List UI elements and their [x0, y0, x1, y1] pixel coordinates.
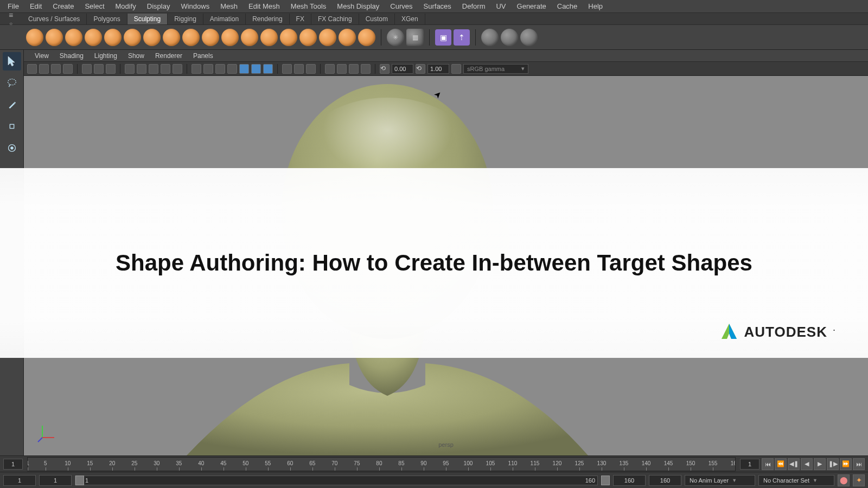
step-forward-button[interactable]: ❚▶ [827, 458, 839, 470]
range-slider-handle[interactable] [75, 476, 84, 485]
move-tool[interactable] [3, 117, 21, 136]
shelf-tab-polygons[interactable]: Polygons [87, 14, 127, 24]
menu-display[interactable]: Display [142, 0, 176, 12]
resolution-gate-icon[interactable] [94, 64, 104, 74]
play-backward-button[interactable]: ◀ [801, 458, 813, 470]
gamma-field[interactable] [427, 64, 449, 74]
grab-brush-icon[interactable] [85, 29, 102, 46]
panel-menu-lighting[interactable]: Lighting [89, 50, 123, 61]
shelf-tab-fx[interactable]: FX [290, 14, 311, 24]
smooth-shade-icon[interactable] [137, 64, 146, 74]
time-track[interactable]: 1510152025303540455055606570758085909510… [27, 457, 736, 471]
pause-viewport-icon[interactable] [294, 64, 304, 74]
menu-curves[interactable]: Curves [385, 0, 418, 12]
bulge-brush-icon[interactable] [319, 29, 336, 46]
grid-icon[interactable]: ▦ [406, 29, 424, 46]
play-forward-button[interactable]: ▶ [814, 458, 826, 470]
menu-create[interactable]: Create [47, 0, 79, 12]
motion-blur-icon[interactable] [251, 64, 261, 74]
freeze-brush-icon[interactable] [358, 29, 375, 46]
relax-brush-icon[interactable] [65, 29, 82, 46]
shelf-tab-xgen[interactable]: XGen [395, 14, 425, 24]
xray-joints-icon[interactable] [215, 64, 225, 74]
gate-mask-icon[interactable] [106, 64, 116, 74]
range-end-field[interactable] [649, 475, 681, 486]
menu-mesh-display[interactable]: Mesh Display [331, 0, 385, 12]
ipr-icon[interactable] [306, 64, 316, 74]
timeline-current-frame-right[interactable] [740, 459, 760, 470]
imprint-brush-icon[interactable] [202, 29, 219, 46]
vp-bookmark2-icon[interactable] [349, 64, 359, 74]
panel-menu-show[interactable]: Show [123, 50, 150, 61]
colorspace-toggle-icon[interactable] [451, 64, 461, 74]
xray-icon[interactable] [203, 64, 213, 74]
wireframe-icon[interactable] [125, 64, 135, 74]
image-plane-icon[interactable] [51, 64, 61, 74]
vp-select-icon[interactable] [325, 64, 335, 74]
step-back-key-button[interactable]: ⏪ [775, 458, 787, 470]
range-slider-track[interactable]: 1 160 [75, 476, 598, 485]
menu-select[interactable]: Select [79, 0, 110, 12]
shelf-tab-rendering[interactable]: Rendering [246, 14, 289, 24]
viewport-render-icon[interactable] [282, 64, 292, 74]
wax-brush-icon[interactable] [221, 29, 239, 46]
exposure-reset-icon[interactable]: ⟲ [380, 64, 390, 74]
menu-cache[interactable]: Cache [552, 0, 583, 12]
shelf-tab-custom[interactable]: Custom [359, 14, 395, 24]
menu-windows[interactable]: Windows [175, 0, 215, 12]
vp-share-icon[interactable] [361, 64, 371, 74]
menu-uv[interactable]: UV [490, 0, 511, 12]
auto-key-button[interactable]: ⬤ [838, 474, 850, 486]
panel-menu-renderer[interactable]: Renderer [150, 50, 188, 61]
gamma-reset-icon[interactable]: ⟲ [416, 64, 425, 74]
menu-generate[interactable]: Generate [512, 0, 552, 12]
stamp2-icon[interactable] [501, 29, 518, 46]
range-start-field[interactable] [3, 475, 36, 486]
vp-snapshot-icon[interactable] [337, 64, 347, 74]
menu-modify[interactable]: Modify [110, 0, 142, 12]
menu-mesh[interactable]: Mesh [215, 0, 243, 12]
go-to-end-button[interactable]: ⏭ [853, 458, 865, 470]
stamp1-icon[interactable] [481, 29, 499, 46]
foamy-brush-icon[interactable] [143, 29, 161, 46]
menu-edit[interactable]: Edit [24, 0, 47, 12]
smooth-brush-icon[interactable] [46, 29, 63, 46]
sculpt-brush-icon[interactable] [26, 29, 43, 46]
amplify-brush-icon[interactable] [339, 29, 356, 46]
pinch-brush-icon[interactable] [104, 29, 122, 46]
anim-layer-dropdown[interactable]: No Anim Layer ▼ [685, 475, 755, 486]
lasso-tool[interactable] [3, 74, 21, 92]
panel-menu-view[interactable]: View [29, 50, 54, 61]
shelf-tab-sculpting[interactable]: Sculpting [127, 14, 168, 24]
menu-edit-mesh[interactable]: Edit Mesh [243, 0, 285, 12]
rotate-tool[interactable] [3, 139, 21, 157]
shelf-tab-curves-surfaces[interactable]: Curves / Surfaces [22, 14, 87, 24]
step-forward-key-button[interactable]: ⏩ [840, 458, 852, 470]
stamp3-icon[interactable] [520, 29, 538, 46]
scrape-brush-icon[interactable] [241, 29, 258, 46]
shelf-tab-rigging[interactable]: Rigging [168, 14, 203, 24]
set-key-button[interactable]: ✦ [853, 474, 865, 486]
shelf-tab-animation[interactable]: Animation [203, 14, 246, 24]
menu-surfaces[interactable]: Surfaces [418, 0, 457, 12]
textured-icon[interactable] [149, 64, 158, 74]
snap-icon[interactable]: ✳ [387, 29, 404, 46]
range-inner-start-field[interactable] [39, 475, 72, 486]
select-tool[interactable] [3, 52, 21, 70]
character-set-dropdown[interactable]: No Character Set ▼ [758, 475, 834, 486]
bookmark-icon[interactable] [39, 64, 49, 74]
film-gate-icon[interactable] [63, 64, 73, 74]
timeline-current-frame-left[interactable] [3, 459, 23, 470]
panel-menu-panels[interactable]: Panels [188, 50, 219, 61]
shelf-toggle[interactable]: ≡ ○ [0, 13, 22, 24]
paint-select-tool[interactable] [3, 95, 21, 114]
menu-deform[interactable]: Deform [457, 0, 491, 12]
isolate-select-icon[interactable] [192, 64, 201, 74]
grid-toggle-icon[interactable] [82, 64, 92, 74]
pose-icon[interactable]: ⇡ [454, 29, 470, 46]
go-to-start-button[interactable]: ⏮ [762, 458, 774, 470]
sel-highlight-icon[interactable] [227, 64, 237, 74]
menu-help[interactable]: Help [583, 0, 608, 12]
menu-file[interactable]: File [2, 0, 24, 12]
shelf-tab-fx-caching[interactable]: FX Caching [311, 14, 359, 24]
